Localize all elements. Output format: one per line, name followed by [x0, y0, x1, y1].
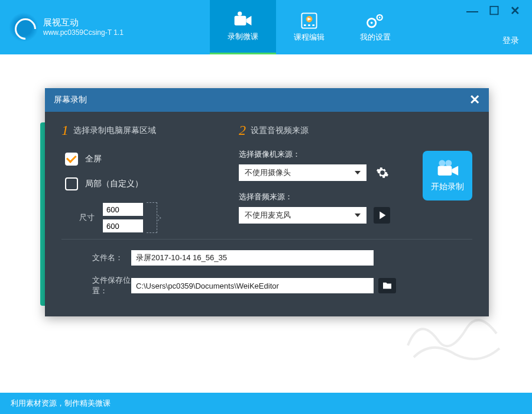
- app-subtitle: www.pc0359Ccsing-T 1.1: [43, 28, 124, 38]
- size-row: 尺寸: [61, 202, 239, 233]
- footer-text: 利用素材资源，制作精美微课: [11, 398, 111, 409]
- film-icon: [299, 12, 320, 30]
- fullscreen-option[interactable]: 全屏: [61, 153, 239, 166]
- svg-rect-13: [438, 166, 452, 175]
- step-label: 设置音视频来源: [251, 125, 309, 136]
- minimize-button[interactable]: —: [466, 5, 478, 17]
- chevron-down-icon: [355, 214, 361, 217]
- login-button[interactable]: 登录: [502, 35, 519, 46]
- svg-point-11: [439, 160, 445, 166]
- filename-input[interactable]: [131, 250, 374, 266]
- svg-rect-0: [235, 15, 246, 25]
- close-button[interactable]: ✕: [510, 5, 520, 17]
- size-label: 尺寸: [79, 212, 95, 223]
- partial-option[interactable]: 局部（自定义）: [61, 177, 239, 190]
- svg-point-10: [379, 17, 381, 18]
- camera-settings-button[interactable]: [374, 164, 391, 181]
- step-number: 1: [61, 122, 69, 138]
- side-accent: [40, 122, 45, 306]
- svg-point-8: [371, 22, 373, 24]
- step-2: 2 设置音视频来源: [239, 122, 309, 138]
- body-area: 屏幕录制 ✕ 1 选择录制电脑屏幕区域 2 设置音视频来源 全屏: [0, 54, 532, 393]
- checkbox-checked-icon[interactable]: [65, 153, 78, 166]
- height-input[interactable]: [103, 219, 143, 232]
- record-button-label: 开始录制: [431, 182, 464, 192]
- divider: [61, 239, 472, 240]
- nav-edit[interactable]: 课程编辑: [276, 0, 342, 54]
- dropdown-value: 不使用摄像头: [245, 167, 291, 178]
- svg-point-12: [445, 160, 452, 166]
- step-1: 1 选择录制电脑屏幕区域: [61, 122, 239, 138]
- nav-settings[interactable]: 我的设置: [342, 0, 408, 54]
- step-label: 选择录制电脑屏幕区域: [73, 125, 156, 136]
- audio-test-button[interactable]: [374, 207, 390, 224]
- dialog-title: 屏幕录制: [54, 95, 87, 105]
- camera-dropdown[interactable]: 不使用摄像头: [239, 164, 366, 181]
- checkbox-icon[interactable]: [65, 177, 78, 190]
- logo-icon: [9, 12, 38, 42]
- audio-row: 不使用麦克风: [239, 207, 472, 224]
- play-icon: [375, 209, 388, 222]
- window-controls: — ☐ ✕: [466, 5, 520, 17]
- maximize-button[interactable]: ☐: [489, 5, 499, 17]
- dialog-titlebar: 屏幕录制 ✕: [45, 88, 489, 112]
- logo-text: 展视互动 www.pc0359Ccsing-T 1.1: [43, 17, 124, 37]
- camcorder-icon: [436, 159, 459, 178]
- nav-record[interactable]: 录制微课: [210, 0, 276, 54]
- nav-label: 我的设置: [360, 32, 391, 43]
- camera-icon: [232, 11, 254, 29]
- main-nav: 录制微课 课程编辑 我的设置: [210, 0, 408, 54]
- svg-rect-6: [312, 24, 314, 26]
- status-bar: 利用素材资源，制作精美微课: [0, 393, 532, 414]
- gear-icon: [376, 166, 389, 179]
- app-header: 展视互动 www.pc0359Ccsing-T 1.1 录制微课 课程编辑 我的…: [0, 0, 532, 54]
- svg-point-1: [238, 11, 242, 15]
- close-icon[interactable]: ✕: [469, 92, 480, 108]
- folder-icon: [382, 282, 392, 290]
- logo-area: 展视互动 www.pc0359Ccsing-T 1.1: [0, 12, 210, 42]
- filename-row: 文件名：: [61, 250, 472, 266]
- filepath-label: 文件保存位置：: [61, 275, 131, 296]
- filepath-input[interactable]: [131, 278, 374, 293]
- svg-rect-5: [308, 24, 310, 26]
- svg-rect-4: [304, 24, 306, 26]
- dialog-body: 1 选择录制电脑屏幕区域 2 设置音视频来源 全屏 局部（自定义）: [45, 112, 489, 296]
- gears-icon: [365, 12, 386, 30]
- audio-dropdown[interactable]: 不使用麦克风: [239, 207, 366, 224]
- step-row: 1 选择录制电脑屏幕区域 2 设置音视频来源: [61, 122, 472, 138]
- checkbox-label: 全屏: [85, 154, 102, 164]
- dropdown-value: 不使用麦克风: [245, 210, 291, 221]
- nav-label: 录制微课: [228, 31, 258, 42]
- step-number: 2: [239, 122, 246, 138]
- filepath-row: 文件保存位置：: [61, 275, 472, 296]
- browse-folder-button[interactable]: [378, 278, 396, 293]
- screen-record-dialog: 屏幕录制 ✕ 1 选择录制电脑屏幕区域 2 设置音视频来源 全屏: [45, 88, 489, 316]
- app-name: 展视互动: [43, 17, 124, 28]
- nav-label: 课程编辑: [294, 32, 325, 43]
- checkbox-label: 局部（自定义）: [85, 179, 143, 189]
- chevron-down-icon: [355, 171, 361, 174]
- width-input[interactable]: [103, 203, 143, 216]
- filename-label: 文件名：: [61, 253, 131, 263]
- link-bracket-icon: [147, 202, 157, 233]
- start-record-button[interactable]: 开始录制: [423, 151, 472, 200]
- content-row: 全屏 局部（自定义） 尺寸: [61, 149, 472, 234]
- region-column: 全屏 局部（自定义） 尺寸: [61, 149, 239, 234]
- size-inputs: [103, 203, 143, 232]
